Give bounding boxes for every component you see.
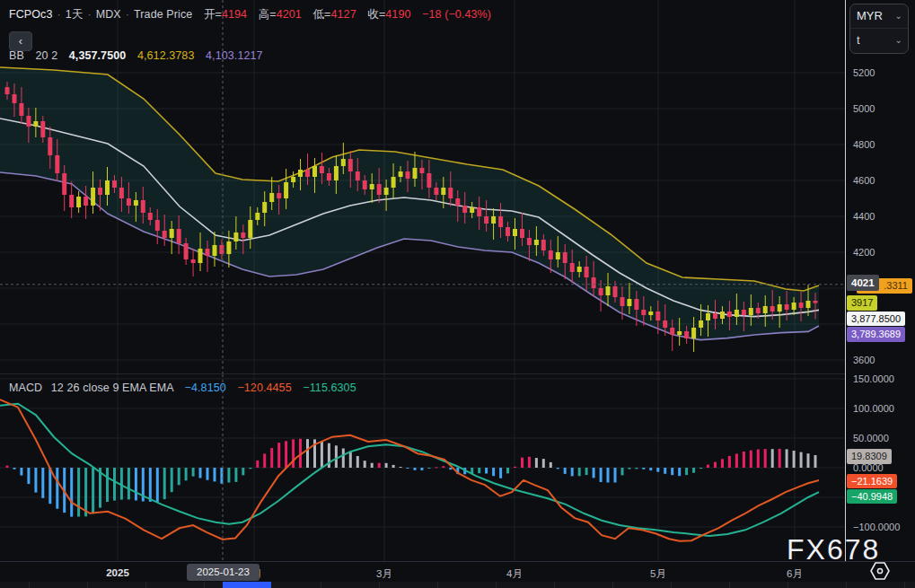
high-value: 4201 [277,8,302,21]
bottom-scrollbar-strip[interactable] [0,582,915,588]
macd-name: MACD [9,382,42,394]
crosshair-price-badge: 4021 [847,275,879,291]
price-tick: 5000 [853,103,875,114]
currency-select[interactable]: MYR ⌄ [850,4,908,28]
bb-basis-badge: 3,877.8500 [847,312,905,326]
chart-root: FCPOc3·1天·MDX·Trade Price 开=4194 高=4201 … [0,0,915,588]
close-label: 收= [367,8,385,21]
symbol-legend[interactable]: FCPOc3·1天·MDX·Trade Price 开=4194 高=4201 … [9,7,491,22]
time-axis-label: 4月 [506,567,523,581]
open-value: 4194 [222,8,247,21]
bb-lower-badge: 3,789.3689 [847,327,905,342]
chevron-down-icon: ⌄ [895,4,902,28]
open-label: 开= [204,8,222,21]
price-scale-border [845,0,846,588]
macd-hist-value: −4.8150 [185,382,226,394]
unit-select[interactable]: t ⌄ [850,28,908,52]
macd-line-badge: −21.1639 [847,474,897,488]
last-price-badge: 3917 [847,295,877,311]
time-axis-label: 2025 [106,567,129,578]
exchange-label: MDX [96,8,121,21]
fx678-hexagon-icon [869,561,891,581]
interval-label[interactable]: 1天 [66,8,84,21]
change-value: −18 (−0.43%) [422,8,491,21]
macd-tick: 50.0000 [853,433,889,443]
scrollbar-highlight[interactable] [223,582,271,588]
macd-tick: 100.0000 [853,403,894,414]
low-value: 4127 [330,8,356,21]
macd-tick: −100.0000 [853,522,900,532]
price-tick: 4400 [853,211,875,222]
bb-basis-value: 4,357.7500 [69,49,127,62]
macd-legend[interactable]: MACD 12 26 close 9 EMA EMA −4.8150 −120.… [9,382,356,394]
price-tick: 4600 [853,175,875,186]
macd-params: 12 26 close 9 EMA EMA [51,382,173,394]
price-tick: 4200 [853,247,875,258]
time-axis-label: 6月 [787,567,803,581]
price-tick: 4800 [853,139,875,150]
back-button[interactable]: ‹ [9,31,32,51]
bb-legend[interactable]: BB 20 2 4,357.7500 4,612.3783 4,103.1217 [9,49,263,62]
bb-lower-value: 4,103.1217 [206,49,263,62]
bb-name: BB [9,49,24,62]
low-label: 低= [312,8,330,21]
bb-upper-value: 4,612.3783 [137,49,195,62]
chevron-left-icon: ‹ [19,34,22,48]
time-axis-label: 5月 [650,567,666,581]
time-axis[interactable]: 20252月3月4月5月6月 2025-01-23 [0,561,915,583]
price-tick: 3600 [853,355,875,365]
macd-tick: 150.0000 [853,373,894,384]
close-value: 4190 [385,8,410,21]
crosshair-date-tooltip: 2025-01-23 [187,564,260,581]
high-label: 高= [259,8,277,21]
macd-pane[interactable] [0,374,845,561]
bb-params: 20 2 [35,49,57,62]
fx678-watermark: FX678 [787,533,880,566]
macd-signal-value: −115.6305 [303,382,356,394]
pane-divider[interactable] [0,373,845,374]
macd-signal-badge: −40.9948 [847,489,897,504]
currency-value: MYR [857,9,883,22]
chevron-down-icon: ⌄ [895,29,902,52]
unit-value: t [857,33,860,47]
price-tick: 5200 [853,67,875,78]
macd-line-value: −120.4455 [237,382,291,394]
series-type-label: Trade Price [134,8,192,21]
unit-selector[interactable]: MYR ⌄ t ⌄ [849,4,909,54]
time-axis-label: 3月 [376,567,392,581]
symbol-name[interactable]: FCPOc3 [9,8,53,21]
macd-hist-badge: 19.8309 [847,449,892,464]
